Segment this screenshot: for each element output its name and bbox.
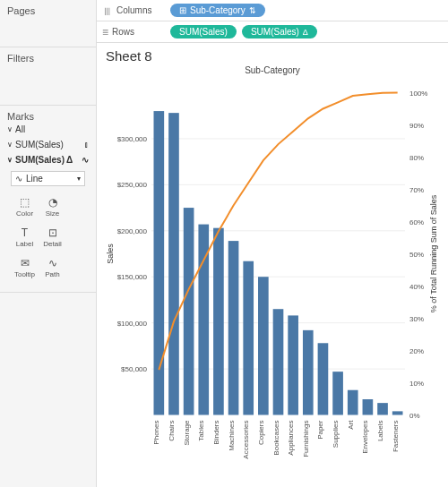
svg-text:Paper: Paper bbox=[316, 420, 324, 440]
size-button[interactable]: ◔Size bbox=[39, 192, 66, 222]
mark-type-label: Line bbox=[26, 174, 43, 184]
marks-all-label: All bbox=[15, 124, 25, 134]
color-icon: ⬚ bbox=[20, 196, 30, 209]
columns-label: Columns bbox=[116, 5, 151, 15]
chevron-down-icon: ∨ bbox=[7, 141, 13, 149]
columns-shelf[interactable]: ⫼Columns ⊞ Sub-Category ⇅ bbox=[97, 0, 448, 21]
filters-panel: Filters bbox=[0, 47, 96, 106]
svg-rect-30 bbox=[258, 277, 269, 414]
svg-rect-34 bbox=[318, 343, 329, 414]
marks-series-2[interactable]: ∨ SUM(Sales) Δ ∿ bbox=[7, 152, 89, 167]
columns-pill[interactable]: ⊞ Sub-Category ⇅ bbox=[170, 4, 265, 17]
svg-text:Art: Art bbox=[347, 420, 355, 430]
svg-text:Accessories: Accessories bbox=[242, 421, 250, 459]
svg-text:Labels: Labels bbox=[376, 421, 384, 442]
svg-text:70%: 70% bbox=[409, 186, 424, 194]
svg-text:$50,000: $50,000 bbox=[121, 365, 147, 373]
path-icon: ∿ bbox=[48, 257, 57, 269]
pages-panel: Pages bbox=[0, 0, 96, 47]
marks-all[interactable]: ∨ All bbox=[7, 122, 89, 137]
tooltip-icon: ✉ bbox=[21, 257, 30, 269]
svg-text:Fasteners: Fasteners bbox=[392, 421, 400, 453]
rows-pill-1[interactable]: SUM(Sales) bbox=[170, 25, 237, 38]
svg-text:50%: 50% bbox=[409, 251, 424, 259]
mark-type-dropdown[interactable]: ∿ Line ▾ bbox=[11, 171, 85, 186]
svg-text:Chairs: Chairs bbox=[168, 421, 176, 441]
svg-rect-28 bbox=[228, 241, 239, 414]
marks-series-2-label: SUM(Sales) bbox=[15, 155, 65, 165]
svg-text:Storage: Storage bbox=[183, 420, 191, 446]
svg-text:Supplies: Supplies bbox=[332, 421, 340, 449]
svg-text:% of Total Running Sum of Sale: % of Total Running Sum of Sales bbox=[429, 194, 438, 312]
svg-text:90%: 90% bbox=[409, 122, 424, 130]
detail-icon: ⊡ bbox=[48, 226, 57, 239]
mark-buttons: ⬚Color ◔Size TLabel ⊡Detail ✉Tooltip ∿Pa… bbox=[7, 192, 89, 286]
rows-pill-2[interactable]: SUM(Sales)Δ bbox=[242, 25, 317, 38]
svg-text:Binders: Binders bbox=[212, 421, 220, 445]
svg-text:30%: 30% bbox=[409, 315, 424, 323]
marks-panel: Marks ∨ All ∨ SUM(Sales) ⫾ ∨ SUM(Sales) … bbox=[0, 106, 96, 293]
svg-text:80%: 80% bbox=[409, 154, 424, 162]
dim-icon: ⊞ bbox=[179, 5, 186, 15]
svg-text:$100,000: $100,000 bbox=[117, 320, 148, 328]
tooltip-button[interactable]: ✉Tooltip bbox=[11, 252, 39, 283]
size-icon: ◔ bbox=[48, 196, 57, 209]
delta-icon: Δ bbox=[303, 28, 308, 37]
svg-text:Machines: Machines bbox=[228, 421, 236, 451]
svg-rect-32 bbox=[288, 315, 298, 414]
svg-text:$300,000: $300,000 bbox=[117, 135, 148, 143]
marks-series-1-label: SUM(Sales) bbox=[15, 140, 64, 150]
label-icon: T bbox=[22, 226, 28, 239]
chart-svg: $50,000$100,000$150,000$200,000$250,000$… bbox=[102, 77, 443, 487]
marks-series-1[interactable]: ∨ SUM(Sales) ⫾ bbox=[7, 137, 89, 152]
svg-text:Tables: Tables bbox=[197, 421, 205, 441]
svg-text:Bookcases: Bookcases bbox=[272, 421, 280, 456]
svg-rect-37 bbox=[363, 399, 374, 414]
rows-label: Rows bbox=[112, 27, 134, 37]
line-icon: ∿ bbox=[82, 155, 89, 165]
svg-text:Sales: Sales bbox=[106, 244, 115, 264]
svg-rect-39 bbox=[392, 411, 403, 414]
svg-rect-35 bbox=[332, 372, 343, 414]
svg-text:60%: 60% bbox=[409, 218, 424, 226]
svg-rect-38 bbox=[377, 403, 388, 414]
svg-rect-27 bbox=[213, 228, 224, 415]
svg-rect-25 bbox=[184, 208, 194, 414]
line-icon: ∿ bbox=[15, 174, 22, 184]
sheet-title: Sheet 8 bbox=[97, 43, 448, 65]
rows-icon: ≡ bbox=[102, 26, 108, 38]
svg-text:$200,000: $200,000 bbox=[117, 227, 148, 235]
svg-text:Envelopes: Envelopes bbox=[361, 421, 369, 454]
bar-icon: ⫾ bbox=[84, 140, 89, 150]
svg-text:0%: 0% bbox=[409, 412, 420, 420]
chevron-down-icon: ∨ bbox=[7, 156, 13, 164]
color-button[interactable]: ⬚Color bbox=[11, 192, 39, 222]
chevron-down-icon: ∨ bbox=[7, 125, 13, 133]
pages-title: Pages bbox=[7, 5, 89, 16]
svg-text:20%: 20% bbox=[409, 347, 424, 355]
svg-rect-31 bbox=[273, 309, 284, 414]
marks-title: Marks bbox=[7, 111, 89, 122]
rows-shelf[interactable]: ≡Rows SUM(Sales) SUM(Sales)Δ bbox=[97, 21, 448, 43]
path-button[interactable]: ∿Path bbox=[39, 252, 66, 283]
svg-rect-24 bbox=[168, 113, 179, 414]
chart[interactable]: Sub-Category $50,000$100,000$150,000$200… bbox=[97, 65, 448, 487]
svg-text:100%: 100% bbox=[409, 90, 427, 98]
svg-text:$150,000: $150,000 bbox=[117, 273, 148, 281]
svg-rect-29 bbox=[243, 261, 254, 415]
chart-title: Sub-Category bbox=[102, 65, 443, 75]
delta-icon: Δ bbox=[66, 155, 73, 165]
svg-text:Copiers: Copiers bbox=[257, 421, 265, 446]
svg-rect-33 bbox=[303, 330, 314, 415]
svg-text:40%: 40% bbox=[409, 283, 424, 291]
svg-text:10%: 10% bbox=[409, 380, 424, 388]
chevron-down-icon: ▾ bbox=[77, 175, 81, 183]
label-button[interactable]: TLabel bbox=[11, 222, 39, 252]
svg-text:$250,000: $250,000 bbox=[117, 181, 148, 189]
svg-text:Furnishings: Furnishings bbox=[302, 421, 310, 457]
filters-title: Filters bbox=[7, 53, 89, 64]
detail-button[interactable]: ⊡Detail bbox=[39, 222, 66, 252]
columns-icon: ⫼ bbox=[102, 4, 113, 17]
svg-rect-36 bbox=[348, 390, 358, 415]
sort-icon: ⇅ bbox=[249, 6, 256, 15]
